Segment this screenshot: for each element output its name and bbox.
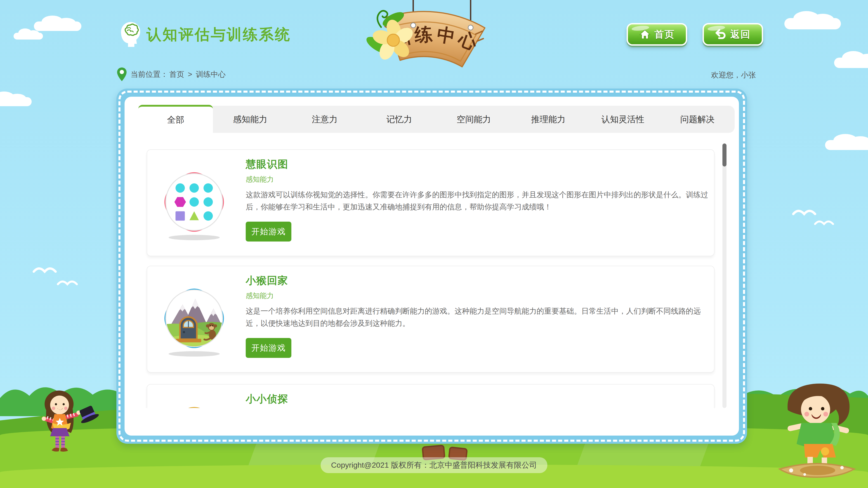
cloud xyxy=(834,58,868,68)
tab-memory[interactable]: 记忆力 xyxy=(362,106,436,133)
breadcrumb-home-link[interactable]: 首页 xyxy=(169,69,184,79)
game-card: 慧眼识图 感知能力 这款游戏可以训练你视知觉的选择性。你需要在许许多多的图形中找… xyxy=(147,149,715,256)
cloud xyxy=(0,97,32,106)
scrollbar-thumb[interactable] xyxy=(722,143,726,166)
copyright-bar: Copyright@2021 版权所有：北京中盛普阳科技发展有限公司 xyxy=(320,457,547,473)
breadcrumb-separator: > xyxy=(188,70,192,78)
back-icon xyxy=(715,29,727,40)
tab-label: 记忆力 xyxy=(386,113,412,125)
breadcrumb: 当前位置：首页 > 训练中心 xyxy=(117,67,225,82)
tab-label: 全部 xyxy=(167,114,184,126)
boy-on-surfboard-illustration xyxy=(767,374,868,480)
tab-label: 空间能力 xyxy=(457,113,491,125)
tab-label: 问题解决 xyxy=(680,113,715,125)
game-title: 慧眼识图 xyxy=(246,158,288,171)
brain-logo-icon xyxy=(114,20,143,50)
start-game-button[interactable]: 开始游戏 xyxy=(246,222,291,241)
game-card: 小小侦探 xyxy=(147,384,715,408)
game-list: 慧眼识图 感知能力 这款游戏可以训练你视知觉的选择性。你需要在许许多多的图形中找… xyxy=(143,135,726,408)
girl-with-hat-illustration xyxy=(36,382,108,454)
cloud xyxy=(34,22,81,31)
game-category: 感知能力 xyxy=(246,291,274,300)
tab-all[interactable]: 全部 xyxy=(138,105,213,133)
game-category: 感知能力 xyxy=(246,175,274,184)
cloud xyxy=(784,18,841,29)
tab-label: 认知灵活性 xyxy=(601,113,644,125)
home-button-label: 首页 xyxy=(654,28,675,41)
back-button[interactable]: 返回 xyxy=(703,23,763,46)
scrollbar-track[interactable] xyxy=(722,143,726,408)
tab-spatial[interactable]: 空间能力 xyxy=(436,106,511,133)
home-button[interactable]: 首页 xyxy=(627,23,687,46)
tab-reasoning[interactable]: 推理能力 xyxy=(511,106,586,133)
cloud xyxy=(825,140,868,150)
game-description: 这是一个培养你利用空间信息对距离进行精确判断能力的游戏。这种能力是空间导航能力的… xyxy=(246,305,709,329)
game-card: 小猴回家 感知能力 这是一个培养你利用空间信息对距离进行精确判断能力的游戏。这种… xyxy=(147,266,715,372)
tab-label: 注意力 xyxy=(312,113,338,125)
game-title: 小猴回家 xyxy=(246,274,288,287)
game-title: 小小侦探 xyxy=(246,392,288,406)
bird-icon xyxy=(32,264,59,275)
game-description: 这款游戏可以训练你视知觉的选择性。你需要在许许多多的图形中找到指定的图形，并且发… xyxy=(246,189,709,213)
tab-label: 推理能力 xyxy=(531,113,565,125)
monkey-door-icon xyxy=(154,278,234,358)
tab-problem-solving[interactable]: 问题解决 xyxy=(660,106,735,133)
bird-icon xyxy=(57,278,79,287)
breadcrumb-current: 训练中心 xyxy=(196,69,225,79)
tab-flexibility[interactable]: 认知灵活性 xyxy=(586,106,660,133)
copyright-text: Copyright@2021 版权所有：北京中盛普阳科技发展有限公司 xyxy=(331,461,537,469)
tab-label: 感知能力 xyxy=(233,113,268,125)
page: 认知评估与训练系统 训练中心 xyxy=(0,0,868,488)
back-button-label: 返回 xyxy=(730,28,751,41)
shapes-grid-icon xyxy=(154,162,234,242)
tab-attention[interactable]: 注意力 xyxy=(287,106,362,133)
bird-icon xyxy=(814,218,835,227)
location-pin-icon xyxy=(117,67,127,82)
training-center-sign: 训练中心 xyxy=(360,0,508,70)
cloud xyxy=(13,33,43,39)
tab-bar: 全部 感知能力 注意力 记忆力 空间能力 推理能力 认知灵活性 问题解决 xyxy=(138,106,735,133)
home-icon xyxy=(639,29,651,40)
welcome-message: 欢迎您，小张 xyxy=(711,70,756,80)
detective-icon xyxy=(154,397,234,408)
tab-perception[interactable]: 感知能力 xyxy=(213,106,287,133)
app-title: 认知评估与训练系统 xyxy=(147,24,291,45)
start-game-button[interactable]: 开始游戏 xyxy=(246,338,291,358)
breadcrumb-prefix: 当前位置： xyxy=(131,69,168,79)
bird-icon xyxy=(791,207,818,217)
